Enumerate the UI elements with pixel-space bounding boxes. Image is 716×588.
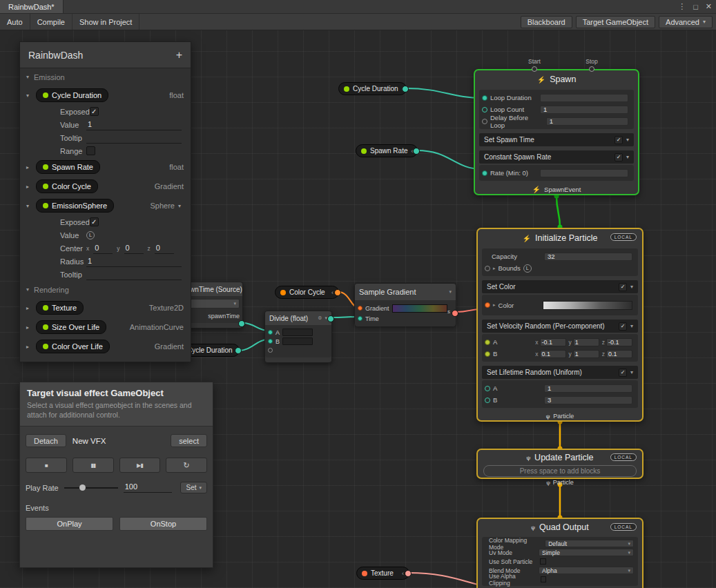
divide-node[interactable]: Divide (float) ⚙ ▾ A B [264,311,332,363]
texture-param-node[interactable]: Texture ‹ [356,567,409,580]
velocity-b-z-field[interactable]: 0.1 [606,350,632,358]
velocity-b-port[interactable] [485,351,490,357]
color-cycle-output-port[interactable] [334,289,341,296]
spawn-rate-output-port[interactable] [413,148,420,155]
onstop-button[interactable]: OnStop [119,517,207,531]
color-cycle-pill[interactable]: Color Cycle [36,179,98,193]
add-parameter-button[interactable]: + [176,49,182,61]
value-link-button[interactable]: L [86,231,95,239]
delay-field[interactable]: 1 [546,117,628,126]
chevron-down-icon[interactable]: ▾ [630,369,633,375]
capacity-field[interactable]: 32 [544,253,632,261]
time-input-port[interactable] [358,316,362,321]
chevron-down-icon[interactable]: ▾ [626,137,629,143]
velocity-a-y-field[interactable]: 1 [573,338,599,346]
color-mapping-dropdown[interactable]: Default ▾ [545,540,634,547]
uv-mode-dropdown[interactable]: Simple ▾ [539,549,634,556]
center-z-field[interactable]: 0 [155,243,174,254]
param-cycle-duration[interactable]: ▾ Cycle Duration float [20,86,191,105]
chevron-right-icon[interactable]: ▸ [26,324,32,331]
divide-b-field[interactable] [282,337,313,345]
maximize-icon[interactable]: □ [693,3,698,11]
chevron-down-icon[interactable]: ▾ [26,286,29,293]
exposed-checkbox[interactable]: ✓ [90,107,99,116]
target-gameobject-toggle[interactable]: Target GameObject [576,16,655,28]
tab-rainbwdash[interactable]: RainbwDash* [0,0,64,13]
velocity-a-port[interactable] [485,340,490,345]
rate-field[interactable] [540,169,628,177]
spawn-node-header[interactable]: ⚡ Spawn [475,70,638,88]
divide-output-port[interactable] [327,315,334,322]
lifetime-a-port[interactable] [485,386,490,391]
param-color-over-life[interactable]: ▸ Color Over Life Gradient [20,337,191,356]
spawn-rate-pill[interactable]: Spawn Rate [36,160,100,174]
divide-node-header[interactable]: Divide (float) ⚙ ▾ [265,311,331,325]
chevron-right-icon[interactable]: ▸ [26,344,32,350]
chevron-right-icon[interactable]: ▸ [26,184,32,190]
initialize-particle-node[interactable]: ⚡ Initialize Particle LOCAL Capacity 32 … [476,228,644,422]
set-velocity-block[interactable]: Set Velocity Random (Per-component) ✓ ▾ [482,320,638,333]
set-spawn-time-block[interactable]: Set Spawn Time ✓ ▾ [479,133,634,146]
color-over-life-pill[interactable]: Color Over Life [36,340,110,353]
gear-icon[interactable]: ⚙ [318,315,322,321]
color-port[interactable] [485,302,490,308]
menu-icon[interactable]: ⋮ [678,2,686,11]
category-rendering[interactable]: ▾ Rendering [20,281,191,298]
compile-button[interactable]: Compile [30,14,72,30]
velocity-a-x-field[interactable]: -0.1 [540,338,566,346]
chevron-right-icon[interactable]: ▸ [493,302,496,308]
set-lifetime-block[interactable]: Set Lifetime Random (Uniform) ✓ ▾ [482,366,638,379]
tooltip-field[interactable] [86,269,182,280]
category-emission[interactable]: ▾ Emission [20,68,191,86]
restart-button[interactable]: ↻ [166,458,207,473]
center-x-field[interactable]: 0 [93,243,113,254]
step-button[interactable]: ▶▮ [119,458,161,473]
pause-button[interactable]: ▮▮ [72,458,114,473]
loop-count-port[interactable] [482,107,487,112]
collapse-icon[interactable]: ‹ [402,570,404,577]
chevron-down-icon[interactable]: ▾ [626,154,629,160]
initialize-node-header[interactable]: ⚡ Initialize Particle LOCAL [478,229,642,247]
block-enabled-checkbox[interactable]: ✓ [615,136,623,144]
radius-field[interactable]: 1 [86,256,182,267]
loop-duration-field[interactable] [540,94,628,102]
chevron-right-icon[interactable]: ▸ [26,305,32,311]
collapse-icon[interactable]: ‹ [331,289,333,296]
param-emission-sphere[interactable]: ▾ EmissionSphere Sphere ▾ [20,196,191,215]
update-node-header[interactable]: ψ Update Particle LOCAL [478,450,642,465]
texture-pill[interactable]: Texture [36,301,84,315]
sample-gradient-node[interactable]: Sample Gradient ▾ Gradient Time s [354,283,456,326]
velocity-b-x-field[interactable]: 0.1 [540,350,566,358]
chevron-down-icon[interactable]: ▾ [26,203,32,209]
chevron-down-icon[interactable]: ▾ [630,323,633,329]
blend-mode-dropdown[interactable]: Alpha ▾ [539,567,634,574]
soft-particle-checkbox[interactable] [540,558,546,565]
block-enabled-checkbox[interactable]: ✓ [615,153,623,161]
chevron-right-icon[interactable]: ▸ [26,164,32,170]
advanced-dropdown[interactable]: Advanced ▾ [659,16,713,28]
emission-sphere-pill[interactable]: EmissionSphere [36,199,114,213]
rate-port[interactable] [482,170,487,176]
update-particle-node[interactable]: ψ Update Particle LOCAL Press space to a… [476,449,644,479]
spawn-stop-port[interactable] [589,66,594,72]
blackboard-toggle[interactable]: Blackboard [521,16,572,28]
delay-port[interactable] [482,119,487,124]
lifetime-b-port[interactable] [485,398,490,403]
chevron-right-icon[interactable]: ▸ [493,266,496,271]
bounds-link-button[interactable]: L [523,264,532,273]
velocity-b-y-field[interactable]: 1 [573,350,599,358]
spawn-start-port[interactable] [532,66,537,72]
show-in-project-button[interactable]: Show in Project [72,14,139,30]
loop-count-field[interactable]: 1 [540,106,628,114]
chevron-down-icon[interactable]: ▾ [26,74,29,80]
constant-spawn-rate-block[interactable]: Constant Spawn Rate ✓ ▾ [479,150,634,164]
sample-gradient-header[interactable]: Sample Gradient ▾ [355,284,456,300]
alpha-clipping-checkbox[interactable] [541,576,546,582]
auto-button[interactable]: Auto [0,14,30,30]
texture-output-port[interactable] [405,570,412,577]
cycle-duration-output-port[interactable] [402,86,409,92]
chevron-down-icon[interactable]: ▾ [178,203,184,209]
play-rate-slider[interactable] [64,487,118,489]
center-y-field[interactable]: 0 [124,243,144,254]
size-over-life-pill[interactable]: Size Over Life [36,320,106,334]
